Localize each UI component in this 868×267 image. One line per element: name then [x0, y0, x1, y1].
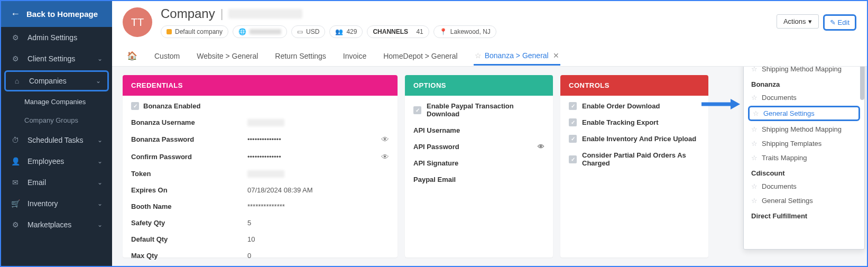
checkbox-icon[interactable]: ✓ — [569, 135, 577, 143]
tab-bonanza-general[interactable]: ☆ Bonanza > General ✕ — [474, 46, 560, 66]
tool-search-panel: 🔍 ☆Shipping Method Mapping Bonanza ☆Docu… — [743, 67, 865, 250]
pencil-icon: ✎ — [830, 19, 836, 26]
star-icon[interactable]: ☆ — [751, 154, 758, 162]
globe-icon: 🌐 — [238, 28, 246, 35]
search-item-general-settings[interactable]: ☆General Settings — [748, 106, 860, 121]
chevron-down-icon: ⌄ — [97, 200, 103, 207]
chip-website: 🌐 — [233, 25, 287, 38]
cart-icon: 🛒 — [11, 199, 20, 208]
star-icon[interactable]: ☆ — [753, 109, 759, 117]
search-item-shipping-method-mapping[interactable]: ☆Shipping Method Mapping — [744, 67, 864, 76]
tab-return-settings[interactable]: Return Settings — [274, 47, 327, 66]
panel-options: OPTIONS ✓Enable Paypal Transaction Downl… — [405, 75, 553, 257]
chevron-down-icon: ⌄ — [97, 158, 103, 165]
currency-icon: ▭ — [297, 28, 303, 35]
pin-icon: 📍 — [439, 28, 447, 35]
chip-channels: CHANNELS 41 — [367, 25, 429, 38]
search-item-documents[interactable]: ☆Documents — [744, 179, 864, 194]
mail-icon: ✉ — [11, 178, 20, 187]
companies-icon: ⌂ — [12, 77, 22, 85]
sidebar: ← Back to Homepage ⚙ Admin Settings ⚙ Cl… — [1, 1, 112, 266]
page-title: Company — [161, 6, 215, 21]
main-area: TT Company | Default company 🌐 ▭USD 👥429… — [112, 1, 867, 266]
scrollbar[interactable] — [860, 67, 864, 100]
panel-options-header: OPTIONS — [405, 75, 553, 96]
checkbox-icon[interactable]: ✓ — [413, 106, 421, 114]
title-separator: | — [220, 7, 224, 21]
chip-location: 📍Lakewood, NJ — [433, 25, 496, 38]
star-icon[interactable]: ☆ — [751, 182, 758, 190]
chip-members: 👥429 — [329, 25, 363, 38]
chevron-down-icon: ⌄ — [97, 136, 103, 144]
sidebar-item-marketplaces[interactable]: ⚙ Marketplaces ⌄ — [1, 214, 112, 235]
sidebar-sub-manage-companies[interactable]: Manage Companies — [1, 93, 112, 111]
star-icon[interactable]: ☆ — [475, 51, 482, 60]
close-icon[interactable]: ✕ — [553, 51, 559, 60]
checkbox-icon[interactable]: ✓ — [131, 102, 139, 110]
tab-homedepot-general[interactable]: HomeDepot > General — [382, 47, 458, 66]
sidebar-item-companies[interactable]: ⌂ Companies ⌄ — [4, 70, 109, 91]
star-icon[interactable]: ☆ — [751, 197, 758, 205]
sidebar-sub-company-groups[interactable]: Company Groups — [1, 111, 112, 130]
clock-icon: ⏱ — [11, 136, 20, 144]
star-icon[interactable]: ☆ — [751, 67, 758, 73]
users-icon: 👥 — [335, 28, 343, 35]
checkbox-icon[interactable]: ✓ — [569, 118, 577, 126]
sidebar-item-employees[interactable]: 👤 Employees ⌄ — [1, 151, 112, 172]
chevron-down-icon: ⌄ — [96, 77, 101, 85]
search-group-cdiscount: Cdiscount — [744, 165, 864, 179]
chevron-down-icon: ⌄ — [97, 179, 103, 186]
panel-controls: CONTROLS ✓Enable Order Download ✓Enable … — [560, 75, 708, 257]
chevron-down-icon: ⌄ — [97, 221, 103, 228]
star-icon[interactable]: ☆ — [751, 94, 758, 102]
checkbox-icon[interactable]: ✓ — [569, 155, 577, 163]
sidebar-item-scheduled-tasks[interactable]: ⏱ Scheduled Tasks ⌄ — [1, 130, 112, 151]
chip-currency: ▭USD — [291, 25, 325, 38]
back-to-homepage-link[interactable]: ← Back to Homepage — [1, 1, 112, 27]
tab-home[interactable]: 🏠 — [126, 45, 138, 66]
sidebar-item-admin-settings[interactable]: ⚙ Admin Settings — [1, 27, 112, 48]
company-name-redacted — [228, 9, 302, 19]
gear-icon: ⚙ — [11, 33, 20, 42]
gear-icon: ⚙ — [11, 54, 20, 63]
content-area: CREDENTIALS ✓Bonanza Enabled Bonanza Use… — [112, 67, 867, 266]
page-header: TT Company | Default company 🌐 ▭USD 👥429… — [112, 1, 867, 67]
search-group-direct-fulfillment: Direct Fulfillment — [744, 208, 864, 222]
tab-invoice[interactable]: Invoice — [342, 47, 367, 66]
search-item-shipping-method-mapping[interactable]: ☆Shipping Method Mapping — [744, 122, 864, 136]
star-icon[interactable]: ☆ — [751, 125, 758, 133]
chip-default-company: Default company — [161, 25, 228, 38]
search-item-documents[interactable]: ☆Documents — [744, 90, 864, 105]
user-icon: 👤 — [11, 157, 20, 165]
search-item-general-settings[interactable]: ☆General Settings — [744, 194, 864, 208]
arrow-left-icon: ← — [11, 8, 20, 20]
globe-icon: ⚙ — [11, 220, 20, 229]
panel-controls-header: CONTROLS — [560, 75, 708, 96]
eye-icon[interactable]: 👁 — [538, 143, 544, 151]
back-label: Back to Homepage — [26, 10, 98, 19]
sidebar-item-email[interactable]: ✉ Email ⌄ — [1, 172, 112, 193]
avatar: TT — [123, 7, 152, 37]
panel-credentials: CREDENTIALS ✓Bonanza Enabled Bonanza Use… — [123, 75, 398, 257]
sidebar-item-inventory[interactable]: 🛒 Inventory ⌄ — [1, 193, 112, 214]
search-group-bonanza: Bonanza — [744, 76, 864, 90]
arrow-annotation — [699, 96, 741, 114]
eye-icon[interactable]: 👁 — [381, 152, 389, 161]
edit-button[interactable]: ✎ Edit — [823, 14, 856, 31]
caret-down-icon: ▾ — [808, 17, 812, 25]
tab-website-general[interactable]: Website > General — [196, 47, 259, 66]
actions-dropdown[interactable]: Actions ▾ — [777, 14, 819, 29]
tab-bar: 🏠 Custom Website > General Return Settin… — [123, 45, 856, 66]
sidebar-item-client-settings[interactable]: ⚙ Client Settings ⌄ — [1, 48, 112, 69]
eye-icon[interactable]: 👁 — [381, 135, 389, 144]
search-item-traits-mapping[interactable]: ☆Traits Mapping — [744, 151, 864, 165]
star-icon[interactable]: ☆ — [751, 140, 758, 148]
square-icon — [167, 29, 172, 34]
search-item-shipping-templates[interactable]: ☆Shipping Templates — [744, 136, 864, 151]
checkbox-icon[interactable]: ✓ — [569, 102, 577, 110]
chevron-down-icon: ⌄ — [97, 55, 103, 62]
panel-credentials-header: CREDENTIALS — [123, 75, 398, 96]
tab-custom[interactable]: Custom — [153, 47, 181, 66]
